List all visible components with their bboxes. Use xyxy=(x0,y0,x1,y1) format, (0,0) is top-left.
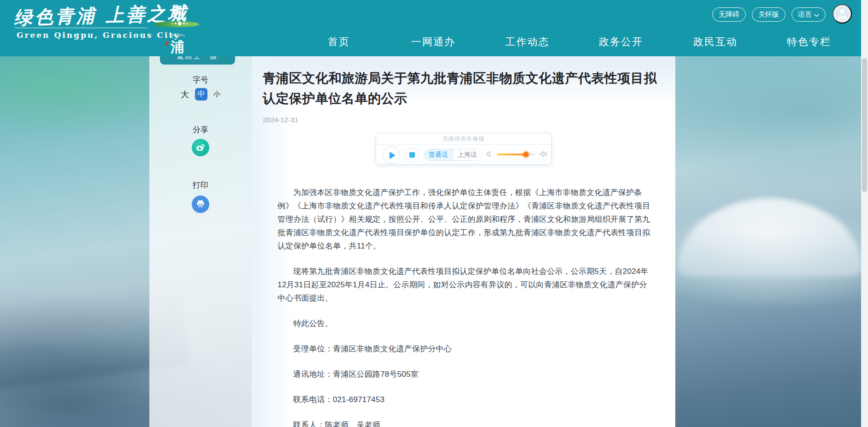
tool-sidebar xyxy=(149,56,252,427)
site-header: 绿色青浦 上善之城 Green Qingpu, Gracious City 青 … xyxy=(0,0,868,56)
emblem-dot xyxy=(175,23,177,24)
nav-special-columns[interactable]: 特色专栏 xyxy=(787,35,831,49)
audio-reader-caption: 无障碍语音播报 xyxy=(376,133,551,145)
article-paragraph: 为加强本区非物质文化遗产保护工作，强化保护单位主体责任，根据《上海市非物质文化遗… xyxy=(278,186,654,253)
print-label: 打印 xyxy=(149,180,252,190)
stop-button[interactable] xyxy=(405,148,419,162)
emblem-subtext: QingPu xyxy=(170,33,185,37)
stop-icon xyxy=(409,152,415,158)
person-icon xyxy=(835,6,849,22)
lang-mandarin-button[interactable]: 普通话 xyxy=(424,149,453,160)
accessibility-button[interactable]: 无障碍 xyxy=(712,7,746,22)
volume-knob[interactable] xyxy=(523,152,529,157)
play-button[interactable] xyxy=(383,146,400,164)
font-size-options: 大 中 小 xyxy=(149,88,252,101)
nav-public-interaction[interactable]: 政民互动 xyxy=(693,35,738,49)
volume-high-icon xyxy=(540,150,548,160)
page: 返回上一级 字号 大 中 小 分享 打印 xyxy=(0,0,868,427)
font-size-medium-button[interactable]: 中 xyxy=(195,88,207,101)
nav-one-stop-services[interactable]: 一网通办 xyxy=(411,35,455,49)
article-body: 为加强本区非物质文化遗产保护工作，强化保护单位主体责任，根据《上海市非物质文化遗… xyxy=(252,186,675,427)
font-size-large-button[interactable]: 大 xyxy=(181,89,189,100)
font-size-label: 字号 xyxy=(149,75,252,85)
print-button[interactable] xyxy=(192,196,209,213)
volume-low-icon xyxy=(486,150,493,160)
article-title: 青浦区文化和旅游局关于第九批青浦区非物质文化遗产代表性项目拟认定保护单位名单的公… xyxy=(263,68,668,109)
emblem-dot xyxy=(171,23,173,24)
article-paragraph: 特此公告。 xyxy=(278,317,654,330)
scrollbar[interactable] xyxy=(861,0,868,427)
printer-icon xyxy=(196,199,205,210)
emblem-dot xyxy=(178,22,182,25)
emblem-dot xyxy=(183,23,185,24)
nav-work-updates[interactable]: 工作动态 xyxy=(505,35,549,49)
article-paragraph: 通讯地址：青浦区公园路78号505室 xyxy=(278,368,654,381)
emblem-dot xyxy=(186,23,188,24)
logo-divider-line xyxy=(15,28,148,28)
scrollbar-thumb[interactable] xyxy=(862,58,867,192)
article-paragraph: 现将第九批青浦区非物质文化遗产代表性项目拟认定保护单位名单向社会公示，公示期5天… xyxy=(278,265,654,305)
share-label: 分享 xyxy=(149,125,252,135)
user-avatar-button[interactable] xyxy=(833,4,852,24)
play-icon xyxy=(390,152,396,159)
language-toggle: 普通话 上海话 xyxy=(424,149,482,161)
article-paragraph: 受理单位：青浦区非物质文化遗产保护分中心 xyxy=(278,342,654,356)
weibo-icon xyxy=(195,142,206,154)
lang-shanghainese-button[interactable]: 上海话 xyxy=(453,149,482,160)
audio-reader-widget: 无障碍语音播报 普通话 上海话 xyxy=(376,133,552,165)
emblem-char-top: 青 xyxy=(171,3,183,19)
article-card: 青浦区文化和旅游局关于第九批青浦区非物质文化遗产代表性项目拟认定保护单位名单的公… xyxy=(252,56,675,427)
audio-reader-controls: 普通话 上海话 xyxy=(376,145,551,165)
emblem-char-bottom: 浦 xyxy=(171,38,184,57)
emblem-seal xyxy=(166,42,168,45)
volume-fill xyxy=(497,154,526,155)
article-paragraph: 联系电话：021-69717453 xyxy=(278,393,654,406)
font-size-small-button[interactable]: 小 xyxy=(213,90,220,99)
nav-home[interactable]: 首页 xyxy=(328,35,350,49)
share-weibo-button[interactable] xyxy=(192,139,209,156)
language-select-button[interactable]: 语言 xyxy=(791,7,826,22)
chevron-down-icon xyxy=(814,11,819,18)
article-paragraph: 联系人：陈老师、吴老师 xyxy=(278,418,654,427)
qingpu-emblem: 青 QingPu 浦 xyxy=(152,1,203,56)
language-label: 语言 xyxy=(798,10,812,19)
care-version-button[interactable]: 关怀版 xyxy=(752,7,785,22)
nav-government-affairs[interactable]: 政务公开 xyxy=(599,35,643,49)
volume-slider[interactable] xyxy=(497,154,535,155)
article-date: 2024-12-31 xyxy=(263,116,664,124)
